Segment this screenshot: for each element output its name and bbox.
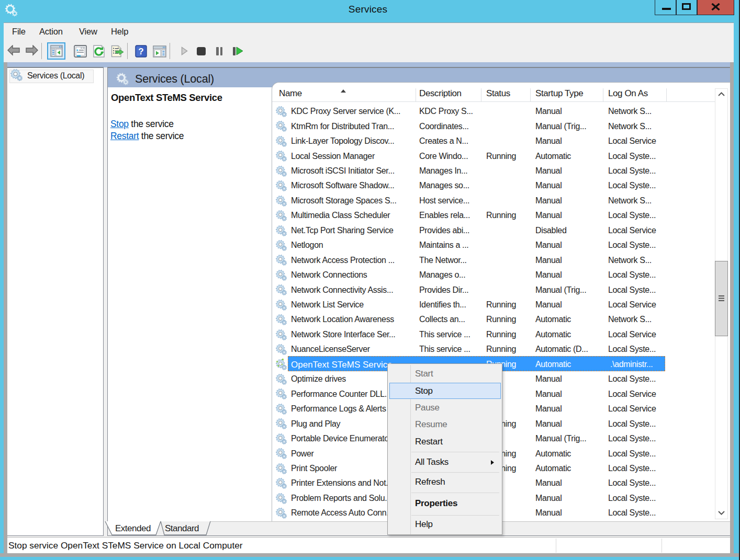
svg-text:?: ?: [138, 47, 143, 56]
